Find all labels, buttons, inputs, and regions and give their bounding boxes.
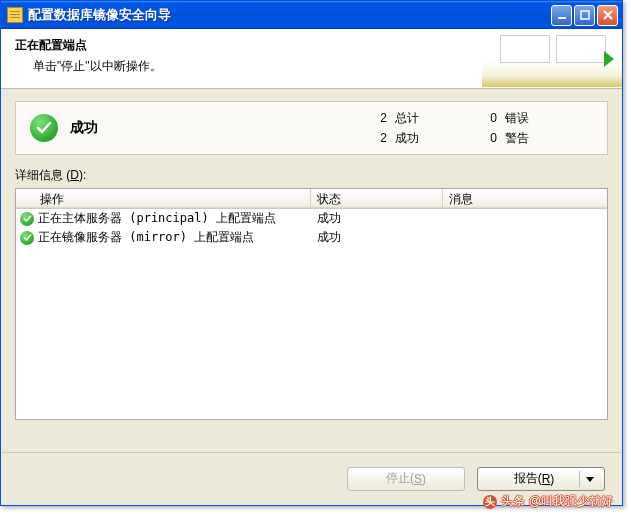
row-status: 成功	[311, 210, 443, 227]
app-icon	[7, 7, 23, 23]
wizard-header: 正在配置端点 单击"停止"以中断操作。	[1, 29, 622, 89]
details-label: 详细信息 (D):	[15, 167, 608, 184]
table-row[interactable]: 正在主体服务器 (principal) 上配置端点 成功	[16, 209, 607, 228]
row-success-icon	[20, 212, 34, 226]
col-action[interactable]: 操作	[16, 189, 311, 208]
total-label: 总计	[395, 108, 419, 128]
title-bar[interactable]: 配置数据库镜像安全向导	[1, 1, 622, 29]
wizard-footer: 停止(S) 报告(R)	[2, 452, 621, 504]
stop-suffix: )	[422, 472, 426, 486]
grid-header[interactable]: 操作 状态 消息	[16, 189, 607, 209]
col-status[interactable]: 状态	[311, 189, 443, 208]
svg-rect-1	[581, 11, 589, 19]
minimize-button[interactable]	[551, 5, 572, 26]
error-label: 错误	[505, 108, 529, 128]
success-icon	[30, 114, 58, 142]
row-success-icon	[20, 231, 34, 245]
report-suffix: )	[550, 472, 554, 486]
table-row[interactable]: 正在镜像服务器 (mirror) 上配置端点 成功	[16, 228, 607, 247]
details-grid[interactable]: 操作 状态 消息 正在主体服务器 (principal) 上配置端点 成功 正在…	[15, 188, 608, 420]
details-label-prefix: 详细信息 (	[15, 168, 70, 182]
stop-prefix: 停止(	[386, 470, 414, 487]
warn-count: 0	[483, 128, 497, 148]
row-action: 正在主体服务器 (principal) 上配置端点	[38, 210, 311, 227]
details-label-suffix: ):	[79, 168, 86, 182]
success-label: 成功	[395, 128, 419, 148]
report-key: R	[542, 472, 551, 486]
maximize-button[interactable]	[574, 5, 595, 26]
stop-key: S	[414, 472, 422, 486]
success-count: 2	[373, 128, 387, 148]
row-action: 正在镜像服务器 (mirror) 上配置端点	[38, 229, 311, 246]
total-count: 2	[373, 108, 387, 128]
report-prefix: 报告(	[514, 470, 542, 487]
header-decoration	[482, 29, 622, 87]
error-count: 0	[483, 108, 497, 128]
window-buttons	[551, 5, 618, 26]
col-message[interactable]: 消息	[443, 189, 607, 208]
details-label-key: D	[70, 168, 79, 182]
stop-button: 停止(S)	[347, 467, 465, 491]
wizard-window: 配置数据库镜像安全向导 正在配置端点 单击"停止"以中断操作。 成功	[0, 0, 623, 506]
play-arrow-icon	[604, 51, 614, 67]
report-button[interactable]: 报告(R)	[477, 467, 605, 491]
warn-label: 警告	[505, 128, 529, 148]
summary-col-right: 0 错误 0 警告	[483, 108, 593, 148]
close-button[interactable]	[597, 5, 618, 26]
svg-rect-0	[558, 17, 566, 19]
window-title: 配置数据库镜像安全向导	[28, 6, 551, 24]
wizard-body: 成功 2 总计 2 成功 0 错误 0 警告	[1, 89, 622, 420]
summary-status: 成功	[70, 119, 373, 137]
row-status: 成功	[311, 229, 443, 246]
summary-col-left: 2 总计 2 成功	[373, 108, 483, 148]
summary-panel: 成功 2 总计 2 成功 0 错误 0 警告	[15, 101, 608, 155]
